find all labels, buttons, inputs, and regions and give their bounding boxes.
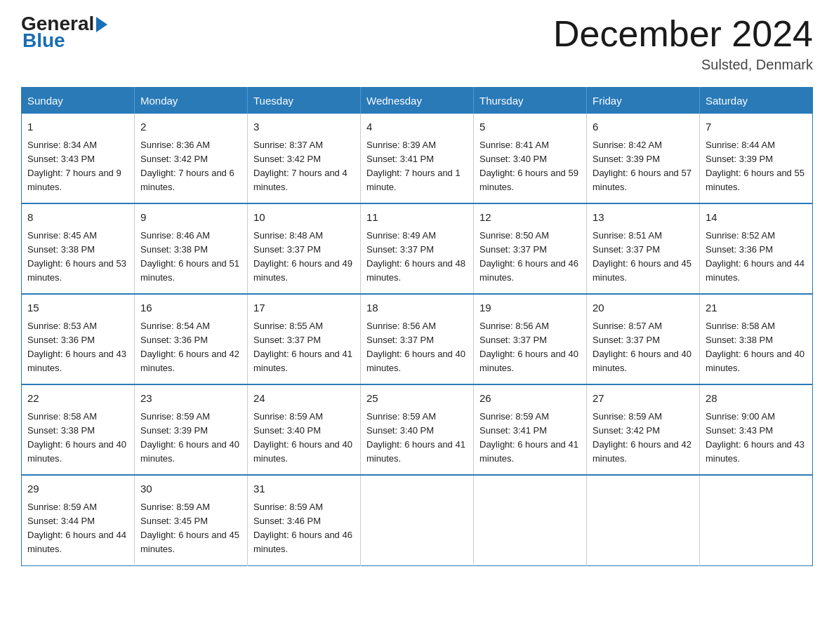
day-number: 19	[479, 300, 581, 316]
location: Sulsted, Denmark	[553, 57, 813, 73]
day-info: Sunrise: 8:49 AMSunset: 3:37 PMDaylight:…	[366, 230, 465, 283]
day-number: 17	[253, 300, 355, 316]
calendar-cell: 31 Sunrise: 8:59 AMSunset: 3:46 PMDaylig…	[248, 475, 361, 565]
calendar-cell: 21 Sunrise: 8:58 AMSunset: 3:38 PMDaylig…	[700, 294, 813, 384]
svg-marker-0	[96, 17, 107, 32]
day-number: 24	[253, 391, 355, 407]
day-info: Sunrise: 8:50 AMSunset: 3:37 PMDaylight:…	[479, 230, 578, 283]
day-number: 27	[593, 391, 694, 407]
header-friday: Friday	[587, 88, 700, 114]
calendar-cell: 5 Sunrise: 8:41 AMSunset: 3:40 PMDayligh…	[474, 114, 587, 203]
week-row-1: 1 Sunrise: 8:34 AMSunset: 3:43 PMDayligh…	[22, 114, 813, 203]
day-info: Sunrise: 8:59 AMSunset: 3:46 PMDaylight:…	[253, 502, 352, 554]
day-info: Sunrise: 8:56 AMSunset: 3:37 PMDaylight:…	[366, 321, 465, 373]
header-saturday: Saturday	[700, 88, 813, 114]
calendar-cell: 27 Sunrise: 8:59 AMSunset: 3:42 PMDaylig…	[587, 384, 700, 475]
day-info: Sunrise: 8:37 AMSunset: 3:42 PMDaylight:…	[253, 140, 348, 192]
day-number: 2	[140, 119, 241, 135]
day-number: 1	[27, 119, 128, 135]
logo-blue-text: Blue	[22, 31, 110, 51]
day-number: 14	[706, 210, 807, 226]
day-info: Sunrise: 8:59 AMSunset: 3:41 PMDaylight:…	[479, 411, 578, 464]
day-number: 12	[479, 210, 581, 226]
calendar-cell: 11 Sunrise: 8:49 AMSunset: 3:37 PMDaylig…	[361, 203, 474, 294]
day-info: Sunrise: 8:58 AMSunset: 3:38 PMDaylight:…	[27, 411, 126, 464]
day-info: Sunrise: 8:56 AMSunset: 3:37 PMDaylight:…	[479, 321, 578, 373]
day-number: 28	[706, 391, 807, 407]
header-wednesday: Wednesday	[361, 88, 474, 114]
logo-arrow-icon	[95, 15, 109, 32]
day-info: Sunrise: 8:59 AMSunset: 3:40 PMDaylight:…	[366, 411, 465, 464]
day-number: 8	[27, 210, 128, 226]
day-info: Sunrise: 8:45 AMSunset: 3:38 PMDaylight:…	[27, 230, 126, 283]
page-header: General Blue December 2024 Sulsted, Denm…	[21, 14, 813, 73]
calendar-table: Sunday Monday Tuesday Wednesday Thursday…	[21, 87, 813, 565]
day-number: 25	[366, 391, 468, 407]
calendar-cell: 28 Sunrise: 9:00 AMSunset: 3:43 PMDaylig…	[700, 384, 813, 475]
calendar-cell: 7 Sunrise: 8:44 AMSunset: 3:39 PMDayligh…	[700, 114, 813, 203]
day-number: 23	[140, 391, 241, 407]
day-info: Sunrise: 8:55 AMSunset: 3:37 PMDaylight:…	[253, 321, 352, 373]
day-info: Sunrise: 8:53 AMSunset: 3:36 PMDaylight:…	[27, 321, 126, 373]
calendar-cell: 25 Sunrise: 8:59 AMSunset: 3:40 PMDaylig…	[361, 384, 474, 475]
day-info: Sunrise: 8:52 AMSunset: 3:36 PMDaylight:…	[706, 230, 805, 283]
month-title: December 2024	[553, 14, 813, 54]
calendar-cell: 23 Sunrise: 8:59 AMSunset: 3:39 PMDaylig…	[135, 384, 248, 475]
calendar-cell	[700, 475, 813, 565]
day-number: 22	[27, 391, 128, 407]
day-number: 13	[593, 210, 694, 226]
calendar-cell: 29 Sunrise: 8:59 AMSunset: 3:44 PMDaylig…	[22, 475, 135, 565]
header-sunday: Sunday	[22, 88, 135, 114]
day-info: Sunrise: 8:58 AMSunset: 3:38 PMDaylight:…	[706, 321, 805, 373]
calendar-cell	[361, 475, 474, 565]
day-number: 29	[27, 481, 128, 497]
calendar-cell	[587, 475, 700, 565]
day-info: Sunrise: 8:39 AMSunset: 3:41 PMDaylight:…	[366, 140, 461, 192]
day-number: 20	[593, 300, 694, 316]
calendar-cell: 24 Sunrise: 8:59 AMSunset: 3:40 PMDaylig…	[248, 384, 361, 475]
header-thursday: Thursday	[474, 88, 587, 114]
day-number: 5	[479, 119, 581, 135]
calendar-cell: 20 Sunrise: 8:57 AMSunset: 3:37 PMDaylig…	[587, 294, 700, 384]
header-tuesday: Tuesday	[248, 88, 361, 114]
calendar-cell: 18 Sunrise: 8:56 AMSunset: 3:37 PMDaylig…	[361, 294, 474, 384]
calendar-cell: 30 Sunrise: 8:59 AMSunset: 3:45 PMDaylig…	[135, 475, 248, 565]
calendar-cell: 1 Sunrise: 8:34 AMSunset: 3:43 PMDayligh…	[22, 114, 135, 203]
calendar-cell: 2 Sunrise: 8:36 AMSunset: 3:42 PMDayligh…	[135, 114, 248, 203]
calendar-cell: 19 Sunrise: 8:56 AMSunset: 3:37 PMDaylig…	[474, 294, 587, 384]
day-info: Sunrise: 8:34 AMSunset: 3:43 PMDaylight:…	[27, 140, 121, 192]
day-number: 21	[706, 300, 807, 316]
day-number: 16	[140, 300, 241, 316]
day-info: Sunrise: 8:44 AMSunset: 3:39 PMDaylight:…	[706, 140, 805, 192]
calendar-cell: 12 Sunrise: 8:50 AMSunset: 3:37 PMDaylig…	[474, 203, 587, 294]
calendar-cell: 6 Sunrise: 8:42 AMSunset: 3:39 PMDayligh…	[587, 114, 700, 203]
day-number: 30	[140, 481, 241, 497]
day-info: Sunrise: 8:59 AMSunset: 3:44 PMDaylight:…	[27, 502, 126, 554]
calendar-cell: 22 Sunrise: 8:58 AMSunset: 3:38 PMDaylig…	[22, 384, 135, 475]
title-area: December 2024 Sulsted, Denmark	[553, 14, 813, 73]
header-monday: Monday	[135, 88, 248, 114]
week-row-4: 22 Sunrise: 8:58 AMSunset: 3:38 PMDaylig…	[22, 384, 813, 475]
day-info: Sunrise: 8:48 AMSunset: 3:37 PMDaylight:…	[253, 230, 352, 283]
day-info: Sunrise: 8:59 AMSunset: 3:45 PMDaylight:…	[140, 502, 239, 554]
day-number: 7	[706, 119, 807, 135]
day-number: 6	[593, 119, 694, 135]
calendar-cell: 3 Sunrise: 8:37 AMSunset: 3:42 PMDayligh…	[248, 114, 361, 203]
week-row-2: 8 Sunrise: 8:45 AMSunset: 3:38 PMDayligh…	[22, 203, 813, 294]
calendar-cell: 15 Sunrise: 8:53 AMSunset: 3:36 PMDaylig…	[22, 294, 135, 384]
calendar-cell: 14 Sunrise: 8:52 AMSunset: 3:36 PMDaylig…	[700, 203, 813, 294]
calendar-cell: 4 Sunrise: 8:39 AMSunset: 3:41 PMDayligh…	[361, 114, 474, 203]
calendar-cell: 13 Sunrise: 8:51 AMSunset: 3:37 PMDaylig…	[587, 203, 700, 294]
calendar-cell: 16 Sunrise: 8:54 AMSunset: 3:36 PMDaylig…	[135, 294, 248, 384]
day-number: 15	[27, 300, 128, 316]
day-info: Sunrise: 9:00 AMSunset: 3:43 PMDaylight:…	[706, 411, 805, 464]
day-info: Sunrise: 8:54 AMSunset: 3:36 PMDaylight:…	[140, 321, 239, 373]
day-info: Sunrise: 8:46 AMSunset: 3:38 PMDaylight:…	[140, 230, 239, 283]
day-number: 9	[140, 210, 241, 226]
week-row-3: 15 Sunrise: 8:53 AMSunset: 3:36 PMDaylig…	[22, 294, 813, 384]
day-number: 3	[253, 119, 355, 135]
week-row-5: 29 Sunrise: 8:59 AMSunset: 3:44 PMDaylig…	[22, 475, 813, 565]
day-number: 26	[479, 391, 581, 407]
day-info: Sunrise: 8:59 AMSunset: 3:42 PMDaylight:…	[593, 411, 691, 464]
calendar-cell: 8 Sunrise: 8:45 AMSunset: 3:38 PMDayligh…	[22, 203, 135, 294]
